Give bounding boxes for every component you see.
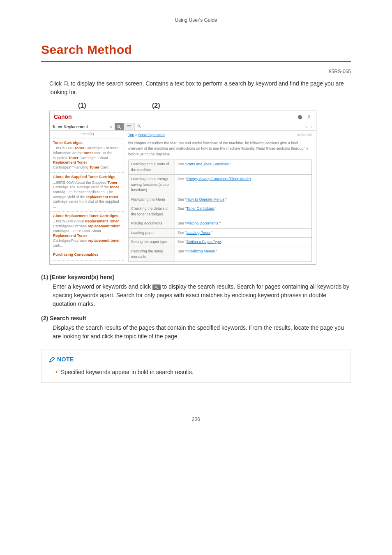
table-label: Restoring the setup menus to	[129, 247, 175, 261]
table-label: Setting the paper type	[129, 238, 175, 247]
def-1-head: (1) [Enter keyword(s) here]	[41, 273, 351, 282]
figure-screenshot: (1) (2) Canon ? ×	[49, 101, 316, 265]
search-input[interactable]	[50, 123, 107, 130]
table-label: Loading paper	[129, 228, 175, 238]
intro-post: to display the search screen. Contains a…	[49, 80, 344, 95]
toc-toggle[interactable]	[124, 123, 134, 130]
svg-point-5	[138, 125, 140, 127]
breadcrumb-top[interactable]: Top	[128, 133, 134, 137]
search-result-item[interactable]: Toner Cartridges...85RS-00U·Toner Cartri…	[50, 139, 124, 173]
table-label: Placing documents	[129, 219, 175, 229]
result-title: About the Supplied Toner Cartridge	[53, 175, 120, 180]
svg-line-4	[120, 127, 121, 128]
table-label: Navigating the Menu	[129, 195, 175, 204]
clear-icon[interactable]: ×	[107, 123, 115, 130]
callout-2: (2)	[152, 101, 160, 111]
help-icon[interactable]: ?	[306, 114, 312, 120]
table-value: See "Loading Paper."	[175, 228, 312, 238]
table-value: See "Placing Documents."	[175, 219, 312, 229]
result-title: Toner Cartridges	[53, 141, 120, 146]
pencil-icon	[49, 356, 55, 362]
table-value: See "Parts and Their Functions."	[175, 160, 312, 175]
table-link[interactable]: Initializing Menus	[187, 249, 215, 253]
svg-line-1	[67, 85, 69, 86]
content-intro: his chapter describes the features and u…	[128, 141, 312, 157]
table-row: Placing documentsSee "Placing Documents.…	[129, 219, 312, 229]
table-value: See "How to Operate Menus."	[175, 195, 312, 204]
table-row: Learning about energy saving functions (…	[129, 175, 312, 195]
svg-point-3	[118, 125, 120, 127]
svg-line-8	[157, 287, 158, 289]
title-rule	[41, 61, 351, 62]
note-heading: NOTE	[49, 355, 343, 364]
prev-button[interactable]: ‹	[304, 124, 309, 130]
table-row: Learning about parts of the machineSee "…	[129, 160, 312, 175]
def-2-body: Displays the search results of the pages…	[53, 324, 351, 341]
results-count: 6 item(s)	[50, 131, 124, 139]
table-link[interactable]: How to Operate Menus	[187, 197, 225, 201]
table-value: See "Initializing Menus."	[175, 247, 312, 261]
search-result-item[interactable]: About the Supplied Toner Cartridge...85R…	[50, 173, 124, 212]
table-link[interactable]: Placing Documents	[187, 221, 219, 225]
search-go-button[interactable]	[115, 123, 124, 130]
doc-code: 85RS-065	[41, 68, 351, 75]
content-page-code: 85RS-009	[297, 132, 312, 137]
intro-paragraph: Click to display the search screen. Cont…	[49, 79, 351, 97]
result-snippet: ...85RS-00X·About Replacement Toner Cart…	[53, 219, 120, 248]
section-table: Learning about parts of the machineSee "…	[128, 160, 312, 262]
table-value: See "Toner Cartridges."	[175, 204, 312, 219]
table-row: Navigating the MenuSee "How to Operate M…	[129, 195, 312, 204]
svg-point-7	[155, 286, 157, 288]
search-icon	[63, 81, 69, 86]
table-label: Learning about energy saving functions (…	[129, 175, 175, 195]
table-label: Learning about parts of the machine	[129, 160, 175, 175]
result-snippet: ...85RS-00U·Toner Cartridges·For more in…	[53, 146, 120, 170]
svg-point-0	[64, 81, 68, 85]
table-row: Setting the paper typeSee "Setting a Pap…	[129, 238, 312, 247]
table-row: Checking the details of the toner cartri…	[129, 204, 312, 219]
table-value: See "Setting a Paper Type."	[175, 238, 312, 247]
table-value: See "Energy Saving Functions (Sleep Mode…	[175, 175, 312, 195]
breadcrumb: 85RS-009 Top > Basic Operation	[128, 132, 312, 138]
svg-text:?: ?	[308, 114, 310, 119]
gear-icon[interactable]	[297, 114, 303, 120]
search-icon	[137, 124, 141, 130]
table-row: Restoring the setup menus toSee "Initial…	[129, 247, 312, 261]
next-button[interactable]: ›	[309, 124, 314, 130]
intro-pre: Click	[49, 80, 63, 87]
table-row: Loading paperSee "Loading Paper."	[129, 228, 312, 238]
page-title: Search Method	[41, 40, 351, 59]
table-link[interactable]: Loading Paper	[187, 231, 210, 235]
running-header: Using User's Guide	[41, 16, 351, 24]
table-link[interactable]: Setting a Paper Type	[187, 240, 221, 244]
search-result-item[interactable]: About Replacement Toner Cartridges...85R…	[50, 212, 124, 251]
search-result-item[interactable]: Purchasing Consumables	[50, 250, 124, 261]
search-button-icon	[152, 284, 161, 290]
result-title: About Replacement Toner Cartridges	[53, 214, 120, 219]
page-number: 236	[41, 416, 351, 423]
table-label: Checking the details of the toner cartri…	[129, 204, 175, 219]
table-link[interactable]: Energy Saving Functions (Sleep Mode)	[187, 177, 251, 181]
result-snippet: ...85RS-00W·About the Supplied Toner Car…	[53, 180, 120, 209]
brand-logo: Canon	[54, 113, 72, 121]
result-title: Purchasing Consumables	[53, 252, 120, 257]
breadcrumb-current[interactable]: Basic Operation	[138, 133, 165, 137]
svg-line-6	[140, 127, 141, 128]
def-2-head: (2) Search result	[41, 314, 351, 323]
note-item: Specified keywords appear in bold in sea…	[55, 368, 343, 377]
def-1-body: Enter a keyword or keywords and click to…	[53, 282, 351, 308]
note-box: NOTE Specified keywords appear in bold i…	[41, 349, 351, 383]
table-link[interactable]: Parts and Their Functions	[187, 162, 229, 166]
callout-1: (1)	[49, 101, 152, 111]
table-link[interactable]: Toner Cartridges	[187, 206, 214, 210]
